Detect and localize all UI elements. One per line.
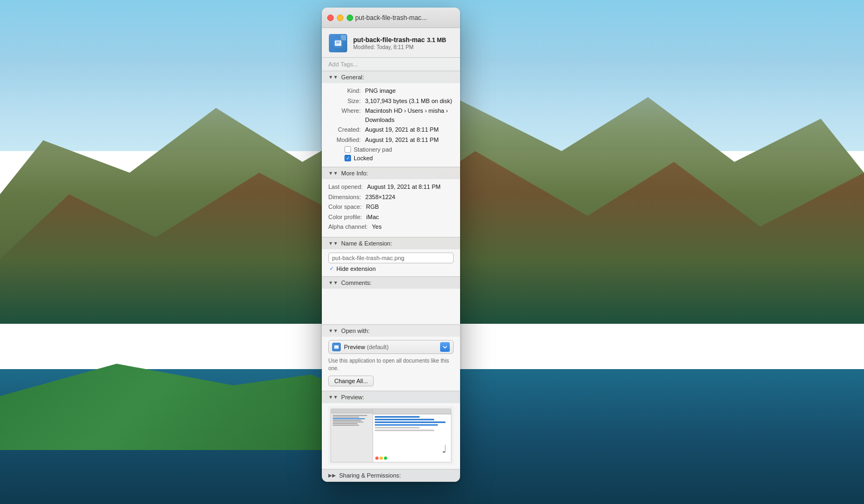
title-bar: put-back-file-trash-mac...: [322, 8, 460, 28]
dimensions-label: Dimensions:: [328, 193, 361, 202]
hide-ext-checkmark-icon: ✓: [329, 265, 334, 271]
comments-textarea[interactable]: [328, 292, 454, 319]
kind-row: Kind: PNG image: [328, 86, 454, 96]
size-value: 3,107,943 bytes (3.1 MB on disk): [365, 97, 454, 106]
preview-chevron-icon: ▼: [328, 394, 338, 400]
open-with-section: ▼ Open with: Preview (default): [322, 325, 460, 391]
preview-inner: ♩: [330, 408, 451, 462]
preview-line-5: [375, 427, 420, 428]
color-space-label: Color space:: [328, 202, 362, 212]
open-with-chevron-icon: ▼: [328, 328, 338, 333]
file-icon: [328, 33, 348, 53]
preview-sidebar: [331, 409, 373, 462]
color-space-row: Color space: RGB: [328, 202, 454, 212]
open-with-label: Open with:: [341, 328, 370, 334]
comments-section-header[interactable]: ▼ Comments:: [322, 277, 460, 289]
file-icon-image: [329, 34, 347, 52]
size-row: Size: 3,107,943 bytes (3.1 MB on disk): [328, 97, 454, 106]
svg-rect-2: [336, 42, 340, 43]
sharing-section-header[interactable]: ▶ Sharing & Permissions:: [322, 469, 460, 481]
preview-thumbnail: ♩: [328, 406, 454, 465]
info-window: put-back-file-trash-mac... put-back-file…: [322, 8, 460, 482]
preview-line-2: [375, 419, 435, 420]
modified-row: Modified: August 19, 2021 at 8:11 PM: [328, 135, 454, 145]
app-name: Preview (default): [344, 344, 437, 350]
stationary-pad-label: Stationery pad: [354, 146, 392, 153]
file-meta: put-back-file-trash-mac 3.1 MB Modified:…: [353, 36, 454, 50]
more-info-section-label: More Info:: [341, 170, 368, 176]
file-name: put-back-file-trash-mac: [353, 36, 425, 44]
open-with-arrow-icon: [440, 342, 450, 352]
more-info-section: ▼ More Info: Last opened: August 19, 202…: [322, 167, 460, 237]
app-default-text: (default): [367, 344, 388, 350]
color-profile-row: Color profile: iMac: [328, 213, 454, 222]
minimize-button[interactable]: [337, 15, 343, 21]
alpha-channel-row: Alpha channel: Yes: [328, 222, 454, 231]
preview-line-4: [375, 424, 438, 426]
created-row: Created: August 19, 2021 at 8:11 PM: [328, 125, 454, 134]
open-with-section-header[interactable]: ▼ Open with:: [322, 325, 460, 337]
more-info-section-content: Last opened: August 19, 2021 at 8:11 PM …: [322, 179, 460, 237]
locked-checkbox[interactable]: ✓: [345, 155, 351, 161]
hide-extension-label: Hide extension: [336, 265, 376, 272]
name-extension-content: ✓ Hide extension: [322, 249, 460, 276]
open-with-select[interactable]: Preview (default): [328, 340, 454, 354]
alpha-channel-value: Yes: [372, 222, 454, 231]
hide-extension-row: ✓ Hide extension: [329, 265, 454, 272]
stationary-pad-row: Stationery pad: [345, 146, 454, 153]
modified-value: Today, 8:11 PM: [376, 44, 414, 50]
where-row: Where: Macintosh HD › Users › misha › Do…: [328, 106, 454, 124]
preview-image: ♩: [328, 406, 454, 465]
name-extension-section: ▼ Name & Extension: ✓ Hide extension: [322, 237, 460, 277]
general-modified-value: August 19, 2021 at 8:11 PM: [365, 135, 454, 145]
more-info-section-header[interactable]: ▼ More Info:: [322, 167, 460, 179]
created-label: Created:: [328, 125, 361, 134]
where-value: Macintosh HD › Users › misha › Downloads: [365, 106, 454, 124]
comments-section: ▼ Comments:: [322, 277, 460, 325]
general-section-header[interactable]: ▼ General:: [322, 71, 460, 83]
dimensions-value: 2358×1224: [366, 193, 454, 202]
stationary-pad-checkbox[interactable]: [345, 146, 351, 153]
preview-section-header[interactable]: ▼ Preview:: [322, 391, 460, 403]
comments-chevron-icon: ▼: [328, 280, 338, 285]
preview-line-6: [375, 430, 435, 431]
locked-row: ✓ Locked: [345, 155, 454, 161]
preview-label: Preview:: [341, 394, 364, 400]
preview-main-area: ♩: [373, 409, 451, 462]
preview-section: ▼ Preview:: [322, 391, 460, 469]
modified-label: Modified:: [353, 44, 375, 50]
file-size: 3.1 MB: [427, 37, 446, 43]
general-chevron-icon: ▼: [328, 74, 338, 80]
general-section: ▼ General: Kind: PNG image Size: 3,107,9…: [322, 71, 460, 167]
file-header: put-back-file-trash-mac 3.1 MB Modified:…: [322, 28, 460, 58]
window-title: put-back-file-trash-mac...: [355, 14, 427, 22]
where-label: Where:: [328, 106, 361, 124]
file-modified: Modified: Today, 8:11 PM: [353, 44, 454, 50]
sharing-section: ▶ Sharing & Permissions:: [322, 469, 460, 482]
open-with-content: Preview (default) Use this application t…: [322, 337, 460, 391]
color-profile-value: iMac: [366, 213, 454, 222]
preview-menu-bar: [373, 409, 451, 414]
close-button[interactable]: [327, 15, 334, 21]
svg-rect-3: [336, 43, 339, 44]
preview-content-area: [373, 414, 451, 434]
locked-label: Locked: [354, 155, 373, 161]
kind-label: Kind:: [328, 86, 361, 96]
name-ext-chevron-icon: ▼: [328, 241, 338, 246]
change-all-button[interactable]: Change All...: [328, 376, 374, 386]
name-extension-section-header[interactable]: ▼ Name & Extension:: [322, 237, 460, 249]
name-extension-label: Name & Extension:: [341, 240, 392, 247]
maximize-button[interactable]: [347, 15, 353, 21]
traffic-lights: [327, 15, 353, 21]
tags-field[interactable]: Add Tags...: [322, 58, 460, 71]
color-space-value: RGB: [366, 202, 454, 212]
alpha-channel-label: Alpha channel:: [328, 222, 368, 231]
last-opened-row: Last opened: August 19, 2021 at 8:11 PM: [328, 182, 454, 192]
comments-content: [322, 289, 460, 324]
last-opened-value: August 19, 2021 at 8:11 PM: [367, 182, 454, 192]
preview-line-1: [375, 416, 420, 418]
filename-input[interactable]: [328, 253, 454, 263]
size-label: Size:: [328, 97, 361, 106]
music-note-icon: ♩: [442, 442, 447, 455]
color-profile-label: Color profile:: [328, 213, 362, 222]
